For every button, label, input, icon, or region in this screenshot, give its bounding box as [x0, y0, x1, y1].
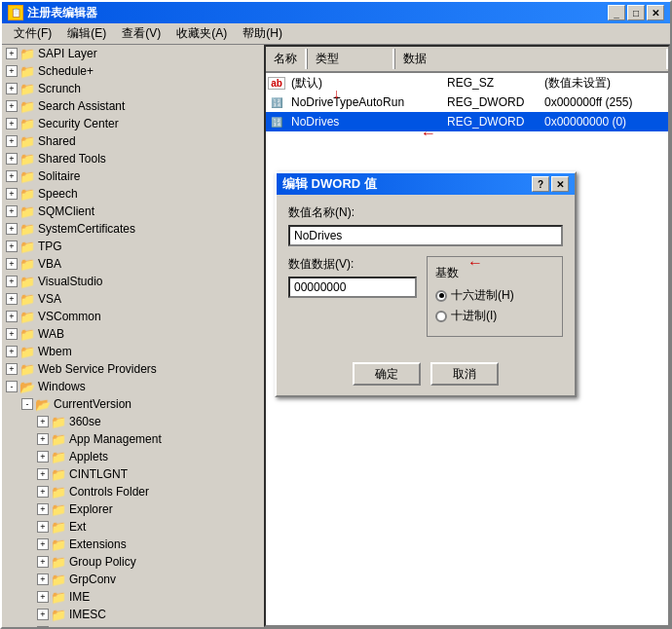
expand-shared[interactable]: +	[6, 135, 18, 147]
folder-icon-visualstudio: 📁	[19, 275, 35, 288]
expand-tpg[interactable]: +	[6, 240, 18, 252]
registry-row-0[interactable]: ab (默认) REG_SZ (数值未设置)	[266, 73, 668, 92]
hex-radio[interactable]	[435, 290, 447, 302]
tree-item-visualstudio[interactable]: +📁VisualStudio	[2, 273, 260, 290]
expand-explorer[interactable]: +	[37, 503, 49, 515]
tree-item-controlsfolder[interactable]: +📁Controls Folder	[2, 483, 260, 500]
expand-vscommon[interactable]: +	[6, 311, 18, 322]
close-button[interactable]: ✕	[647, 5, 664, 20]
tree-label-cintlgnt: CINTLGNT	[69, 467, 128, 481]
tree-item-extensions[interactable]: +📁Extensions	[2, 536, 260, 553]
tree-scroll[interactable]: +📁SAPI Layer+📁Schedule++📁Scrunch+📁Search…	[2, 45, 260, 627]
dialog-close-button[interactable]: ✕	[551, 176, 569, 192]
tree-label-shared: Shared	[38, 134, 76, 148]
dec-radio[interactable]	[435, 311, 447, 322]
tree-item-currentversion[interactable]: -📂CurrentVersion	[2, 395, 260, 413]
expand-ext[interactable]: +	[37, 521, 49, 533]
tree-label-systemcerts: SystemCertificates	[38, 222, 135, 236]
menu-file[interactable]: 文件(F)	[6, 23, 59, 44]
expand-grpconv[interactable]: +	[37, 574, 49, 585]
expand-sapi[interactable]: +	[6, 48, 18, 59]
tree-item-sapi[interactable]: +📁SAPI Layer	[2, 45, 260, 62]
expand-visualstudio[interactable]: +	[6, 276, 18, 287]
dialog-middle-row: 数值数据(V): 基数 十六进制(H) 十进制(I)	[288, 256, 563, 337]
expand-appmgmt[interactable]: +	[37, 433, 49, 445]
expand-windows[interactable]: -	[6, 381, 18, 392]
tree-label-sharedtools: Shared Tools	[38, 152, 106, 166]
tree-item-securitycenter[interactable]: +📁Security Center	[2, 115, 260, 132]
tree-item-searchassist[interactable]: +📁Search Assistant	[2, 97, 260, 115]
tree-item-cintlgnt[interactable]: +📁CINTLGNT	[2, 465, 260, 483]
expand-schedule[interactable]: +	[6, 65, 18, 77]
tree-item-shared[interactable]: +📁Shared	[2, 132, 260, 150]
minimize-button[interactable]: _	[608, 5, 625, 20]
expand-imesc[interactable]: +	[37, 609, 49, 620]
expand-securitycenter[interactable]: +	[6, 118, 18, 130]
expand-searchassist[interactable]: +	[6, 100, 18, 112]
tree-item-ime[interactable]: +📁IME	[2, 588, 260, 606]
expand-internet[interactable]: +	[37, 626, 49, 627]
tree-item-wab[interactable]: +📁WAB	[2, 325, 260, 343]
tree-item-solitaire[interactable]: +📁Solitaire	[2, 167, 260, 185]
menu-view[interactable]: 查看(V)	[114, 23, 168, 44]
registry-row-1[interactable]: 🔢 NoDriveTypeAutoRun REG_DWORD 0x000000f…	[266, 92, 668, 112]
expand-vsa[interactable]: +	[6, 293, 18, 305]
tree-item-internet[interactable]: +📁Internet	[2, 623, 260, 627]
cancel-button[interactable]: 取消	[430, 362, 499, 386]
expand-speech[interactable]: +	[6, 188, 18, 200]
tree-item-schedule[interactable]: +📁Schedule+	[2, 62, 260, 80]
tree-item-sqmclient[interactable]: +📁SQMClient	[2, 203, 260, 220]
expand-webservice[interactable]: +	[6, 363, 18, 375]
expand-systemcerts[interactable]: +	[6, 223, 18, 235]
expand-currentversion[interactable]: -	[21, 398, 33, 410]
name-input[interactable]	[288, 225, 563, 246]
tree-item-ext[interactable]: +📁Ext	[2, 518, 260, 536]
expand-ime[interactable]: +	[37, 591, 49, 603]
tree-item-grouppolicy[interactable]: +📁Group Policy	[2, 553, 260, 571]
tree-item-applets[interactable]: +📁Applets	[2, 448, 260, 465]
expand-extensions[interactable]: +	[37, 538, 49, 550]
expand-wbem[interactable]: +	[6, 346, 18, 357]
tree-item-vba[interactable]: +📁VBA	[2, 255, 260, 273]
tree-item-grpconv[interactable]: +📁GrpConv	[2, 571, 260, 588]
tree-label-securitycenter: Security Center	[38, 117, 119, 130]
expand-360se[interactable]: +	[37, 416, 49, 427]
tree-item-speech[interactable]: +📁Speech	[2, 185, 260, 203]
tree-item-explorer[interactable]: +📁Explorer	[2, 500, 260, 518]
tree-item-windows[interactable]: -📂Windows	[2, 378, 260, 395]
tree-item-imesc[interactable]: +📁IMESC	[2, 606, 260, 623]
tree-item-360se[interactable]: +📁360se	[2, 413, 260, 430]
tree-item-vscommon[interactable]: +📁VSCommon	[2, 308, 260, 325]
expand-applets[interactable]: +	[37, 451, 49, 462]
expand-controlsfolder[interactable]: +	[37, 486, 49, 498]
tree-label-sqmclient: SQMClient	[38, 204, 94, 218]
tree-item-wbem[interactable]: +📁Wbem	[2, 343, 260, 360]
registry-row-2[interactable]: 🔢 NoDrives REG_DWORD 0x00000000 (0)	[266, 112, 668, 131]
tree-item-scrunch[interactable]: +📁Scrunch	[2, 80, 260, 97]
expand-solitaire[interactable]: +	[6, 170, 18, 182]
expand-vba[interactable]: +	[6, 258, 18, 270]
reg-type-2: REG_DWORD	[447, 115, 544, 129]
expand-scrunch[interactable]: +	[6, 83, 18, 94]
tree-item-sharedtools[interactable]: +📁Shared Tools	[2, 150, 260, 167]
tree-item-systemcerts[interactable]: +📁SystemCertificates	[2, 220, 260, 238]
tree-item-vsa[interactable]: +📁VSA	[2, 290, 260, 308]
tree-item-tpg[interactable]: +📁TPG	[2, 238, 260, 255]
folder-icon-360se: 📁	[51, 415, 66, 428]
expand-sharedtools[interactable]: +	[6, 153, 18, 165]
menu-favorites[interactable]: 收藏夹(A)	[168, 23, 235, 44]
tree-label-grpconv: GrpConv	[69, 573, 116, 586]
tree-item-appmgmt[interactable]: +📁App Management	[2, 430, 260, 448]
ok-button[interactable]: 确定	[353, 362, 421, 386]
base-box: 基数 十六进制(H) 十进制(I)	[427, 256, 563, 337]
expand-sqmclient[interactable]: +	[6, 205, 18, 217]
menu-help[interactable]: 帮助(H)	[235, 23, 290, 44]
expand-cintlgnt[interactable]: +	[37, 468, 49, 480]
expand-grouppolicy[interactable]: +	[37, 556, 49, 568]
tree-item-webservice[interactable]: +📁Web Service Providers	[2, 360, 260, 378]
dialog-help-button[interactable]: ?	[532, 176, 549, 192]
menu-edit[interactable]: 编辑(E)	[59, 23, 114, 44]
expand-wab[interactable]: +	[6, 328, 18, 340]
maximize-button[interactable]: □	[627, 5, 645, 20]
data-input[interactable]	[288, 277, 417, 298]
